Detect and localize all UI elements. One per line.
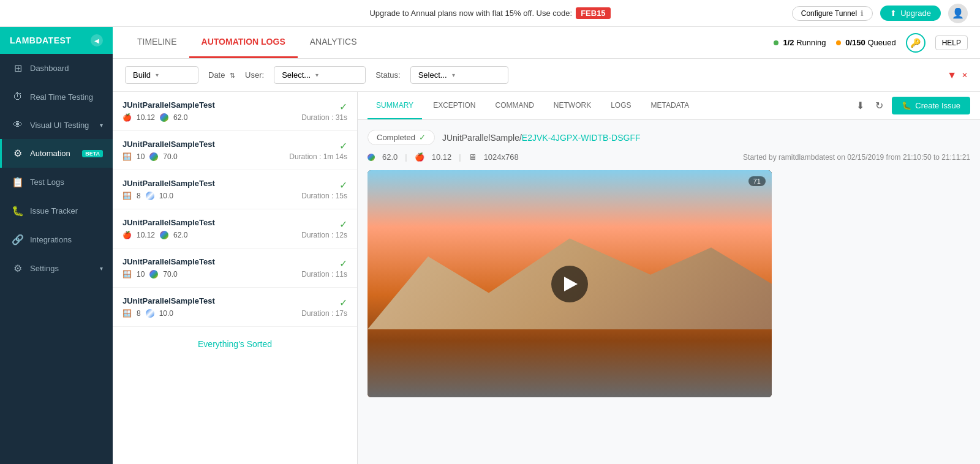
browser-version: 62.0: [173, 231, 187, 239]
os-icon: 🍎: [123, 113, 132, 122]
pass-icon: ✓: [339, 140, 347, 152]
check-icon: ✓: [419, 133, 426, 142]
os-icon: 🪟: [123, 270, 132, 279]
filter-button[interactable]: ▼: [947, 70, 957, 81]
top-banner: Upgrade to Annual plans now with flat 15…: [0, 0, 980, 27]
help-button[interactable]: HELP: [935, 36, 968, 50]
tab-timeline[interactable]: TIMELINE: [125, 27, 189, 58]
pass-icon: ✓: [339, 297, 347, 309]
detail-tab-metadata[interactable]: METADATA: [643, 92, 698, 119]
sidebar-item-integrations[interactable]: 🔗 Integrations: [0, 225, 113, 254]
test-id-link[interactable]: E2JVK-4JGPX-WIDTB-DSGFF: [522, 133, 641, 143]
test-list-item[interactable]: JUnitParallelSampleTest ✓ 🪟 8 10.0 Durat…: [113, 170, 357, 209]
browser-version-detail: 62.0: [382, 152, 398, 162]
test-list-item[interactable]: JUnitParallelSampleTest ✓ 🍎 10.12 62.0 D…: [113, 92, 357, 131]
promo-code: FEB15: [576, 7, 610, 19]
upgrade-button[interactable]: ⬆ Upgrade: [880, 6, 941, 21]
chevron-down-icon: ▾: [315, 72, 318, 78]
tab-timeline-label: TIMELINE: [137, 37, 177, 47]
browser-version: 10.0: [159, 309, 173, 318]
os-version: 10.12: [137, 231, 155, 239]
download-button[interactable]: ⬇: [854, 97, 867, 114]
browser-icon: [146, 309, 154, 318]
sidebar-logo[interactable]: LAMBDATEST ◀: [0, 27, 113, 54]
date-label: Date: [208, 70, 225, 80]
tab-automation-logs[interactable]: AUTOMATION LOGS: [189, 27, 298, 58]
test-name: JUnitParallelSampleTest: [123, 100, 215, 110]
chevron-down-icon: ▾: [100, 122, 103, 129]
detail-tab-logs[interactable]: LOGS: [602, 92, 639, 119]
status-select[interactable]: Select... ▾: [410, 66, 508, 84]
user-avatar[interactable]: 👤: [948, 4, 968, 23]
video-container[interactable]: 71: [368, 170, 772, 397]
chevron-down-icon: ▾: [156, 72, 159, 78]
info-icon: ℹ: [861, 9, 864, 18]
test-list-item[interactable]: JUnitParallelSampleTest ✓ 🪟 8 10.0 Durat…: [113, 288, 357, 327]
user-select[interactable]: Select... ▾: [274, 66, 366, 84]
dashboard-icon: ⊞: [12, 62, 24, 74]
sidebar-item-real-time[interactable]: ⏱ Real Time Testing: [0, 83, 113, 111]
configure-tunnel-label: Configure Tunnel: [801, 9, 857, 18]
duration: Duration : 17s: [301, 309, 347, 318]
build-filter[interactable]: Build ▾: [125, 66, 198, 84]
filter-row: Build ▾ Date ⇅ User: Select... ▾ Status:…: [113, 59, 980, 92]
detail-panel: SUMMARY EXCEPTION COMMAND NETWORK LOGS: [358, 92, 980, 464]
detail-tab-command[interactable]: COMMAND: [486, 92, 542, 119]
date-filter[interactable]: Date ⇅: [208, 70, 235, 80]
detail-tab-exception[interactable]: EXCEPTION: [424, 92, 484, 119]
refresh-button[interactable]: ↻: [873, 97, 886, 114]
running-label: Running: [796, 38, 826, 47]
running-count: 1/2: [783, 38, 794, 47]
queued-dot: [836, 40, 841, 45]
duration: Duration : 31s: [301, 113, 347, 122]
sidebar-item-automation[interactable]: ⚙ Automation BETA: [0, 139, 113, 168]
clear-filter-button[interactable]: ✕: [962, 71, 968, 80]
test-name: JUnitParallelSampleTest: [123, 140, 215, 149]
sidebar-item-dashboard[interactable]: ⊞ Dashboard: [0, 54, 113, 83]
user-label: User:: [245, 70, 264, 80]
create-issue-label: Create Issue: [915, 101, 960, 110]
status-label: Completed: [377, 133, 415, 142]
sidebar-item-visual-ui[interactable]: 👁 Visual UI Testing ▾: [0, 111, 113, 139]
configure-tunnel-button[interactable]: Configure Tunnel ℹ: [792, 6, 873, 21]
create-issue-button[interactable]: 🐛 Create Issue: [892, 97, 970, 114]
browser-icon: [149, 152, 158, 161]
os-version: 8: [137, 309, 141, 318]
chevron-down-icon: ▾: [452, 72, 455, 78]
user-placeholder: Select...: [282, 70, 311, 80]
duration: Duration : 1m 14s: [289, 152, 347, 161]
browser-icon: [149, 270, 158, 279]
issue-tracker-icon: 🐛: [12, 205, 24, 217]
running-status: 1/2 Running: [774, 38, 826, 47]
duration: Duration : 12s: [301, 231, 347, 239]
os-version: 10: [137, 152, 145, 161]
detail-tab-summary[interactable]: SUMMARY: [368, 92, 422, 119]
test-list-item[interactable]: JUnitParallelSampleTest ✓ 🪟 10 70.0 Dura…: [113, 249, 357, 288]
detail-tab-network[interactable]: NETWORK: [545, 92, 600, 119]
test-info-row: 62.0 | 🍎 10.12 | 🖥 1024x768 Started by r…: [368, 152, 970, 162]
browser-icon: [146, 192, 154, 200]
sidebar-item-label: Settings: [30, 264, 94, 273]
pass-icon: ✓: [339, 179, 347, 191]
filter-icon: ⇅: [230, 72, 235, 79]
video-play-button[interactable]: [551, 266, 588, 302]
sidebar-item-test-logs[interactable]: 📋 Test Logs: [0, 168, 113, 196]
sidebar-item-issue-tracker[interactable]: 🐛 Issue Tracker: [0, 196, 113, 225]
tab-automation-logs-label: AUTOMATION LOGS: [202, 37, 285, 47]
key-icon[interactable]: 🔑: [906, 33, 925, 53]
duration: Duration : 11s: [301, 270, 347, 279]
test-list-item[interactable]: JUnitParallelSampleTest ✓ 🪟 10 70.0 Dura…: [113, 131, 357, 170]
started-info: Started by ramitdlambdatest on 02/15/201…: [743, 153, 970, 162]
sidebar-item-settings[interactable]: ⚙ Settings ▾: [0, 254, 113, 283]
browser-version: 62.0: [173, 113, 187, 122]
test-list-item[interactable]: JUnitParallelSampleTest ✓ 🍎 10.12 62.0 D…: [113, 209, 357, 249]
detail-tab-bar: SUMMARY EXCEPTION COMMAND NETWORK LOGS: [358, 92, 980, 120]
tab-analytics[interactable]: ANALYTICS: [298, 27, 369, 58]
test-status-row: Completed ✓ JUnitParallelSample/E2JVK-4J…: [368, 130, 970, 145]
tab-analytics-label: ANALYTICS: [310, 37, 357, 47]
pass-icon: ✓: [339, 258, 347, 269]
os-version: 10.12: [137, 113, 155, 122]
banner-text: Upgrade to Annual plans now with flat 15…: [369, 9, 572, 18]
sidebar-collapse-button[interactable]: ◀: [91, 34, 103, 47]
browser-icon: [160, 113, 168, 122]
